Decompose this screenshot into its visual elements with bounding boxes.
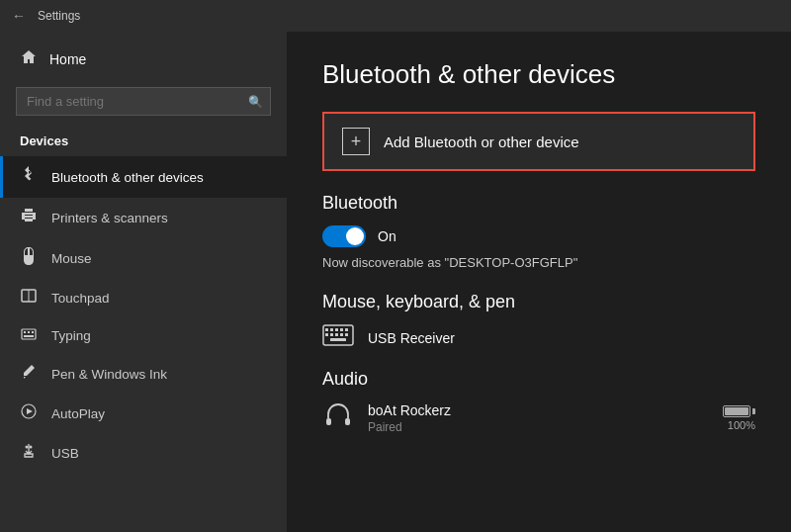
sidebar-home-label: Home [49, 51, 86, 67]
audio-section-title: Audio [322, 369, 755, 390]
add-device-button[interactable]: + Add Bluetooth or other device [322, 112, 755, 171]
svg-rect-2 [22, 329, 36, 339]
battery-percent: 100% [728, 419, 755, 431]
battery-indicator: 100% [723, 405, 755, 431]
sidebar-item-usb-label: USB [51, 446, 79, 461]
audio-device-row: boAt Rockerz Paired 100% [322, 401, 755, 434]
audio-section: Audio boAt Rockerz Paired [322, 369, 755, 434]
headset-icon [322, 401, 354, 434]
sidebar-item-pen[interactable]: Pen & Windows Ink [0, 354, 287, 394]
audio-device-left: boAt Rockerz Paired [322, 401, 451, 434]
svg-rect-22 [330, 338, 346, 341]
sidebar-item-autoplay-label: AutoPlay [51, 406, 105, 421]
sidebar-item-autoplay[interactable]: AutoPlay [0, 394, 287, 433]
sidebar-item-bluetooth-label: Bluetooth & other devices [51, 170, 204, 185]
usb-receiver-label: USB Receiver [368, 330, 455, 346]
keyboard-icon [322, 324, 354, 351]
add-device-plus-icon: + [342, 128, 370, 155]
audio-device-info: boAt Rockerz Paired [368, 402, 451, 434]
sidebar-item-touchpad[interactable]: Touchpad [0, 279, 287, 316]
search-input[interactable] [16, 87, 271, 116]
mouse-icon [20, 247, 38, 269]
toggle-knob [346, 227, 364, 245]
title-bar-title: Settings [38, 9, 80, 23]
bluetooth-toggle-label: On [378, 228, 396, 244]
svg-rect-19 [335, 333, 338, 336]
svg-rect-5 [32, 331, 34, 333]
sidebar-item-mouse-label: Mouse [51, 251, 92, 266]
bluetooth-toggle-row: On [322, 225, 755, 247]
main-layout: Home 🔍 Devices Bluetooth & other devices… [0, 32, 791, 532]
sidebar-item-bluetooth[interactable]: Bluetooth & other devices [0, 156, 287, 198]
audio-device-status: Paired [368, 420, 451, 434]
sidebar-item-typing[interactable]: Typing [0, 316, 287, 354]
home-icon [20, 49, 38, 69]
battery-icon [723, 405, 755, 417]
svg-rect-18 [330, 333, 333, 336]
sidebar: Home 🔍 Devices Bluetooth & other devices… [0, 32, 287, 532]
svg-rect-4 [28, 331, 30, 333]
back-button[interactable]: ← [12, 8, 26, 24]
page-title: Bluetooth & other devices [322, 59, 755, 90]
add-device-label: Add Bluetooth or other device [384, 133, 579, 150]
sidebar-item-pen-label: Pen & Windows Ink [51, 367, 167, 382]
svg-rect-14 [335, 328, 338, 331]
autoplay-icon [20, 403, 38, 423]
sidebar-item-printers-label: Printers & scanners [51, 211, 168, 225]
title-bar: ← Settings [0, 0, 791, 32]
sidebar-section-label: Devices [0, 128, 287, 156]
printer-icon [20, 208, 38, 227]
battery-body [723, 405, 750, 417]
sidebar-item-printers[interactable]: Printers & scanners [0, 198, 287, 237]
search-icon: 🔍 [248, 95, 263, 109]
svg-rect-3 [24, 331, 26, 333]
content-area: Bluetooth & other devices + Add Bluetoot… [287, 32, 791, 532]
svg-marker-8 [27, 408, 33, 414]
touchpad-icon [20, 289, 38, 307]
battery-fill [725, 407, 748, 415]
bluetooth-toggle[interactable] [322, 225, 366, 247]
mouse-keyboard-section-title: Mouse, keyboard, & pen [322, 292, 755, 312]
bluetooth-section-title: Bluetooth [322, 193, 755, 214]
sidebar-item-touchpad-label: Touchpad [51, 291, 110, 306]
bluetooth-discoverable-text: Now discoverable as "DESKTOP-O3FGFLP" [322, 255, 755, 270]
sidebar-item-mouse[interactable]: Mouse [0, 237, 287, 279]
svg-rect-6 [24, 335, 34, 337]
svg-rect-17 [325, 333, 328, 336]
typing-icon [20, 326, 38, 344]
sidebar-item-typing-label: Typing [51, 328, 91, 343]
sidebar-search-container: 🔍 [16, 87, 271, 116]
svg-rect-16 [345, 328, 348, 331]
sidebar-item-usb[interactable]: USB [0, 433, 287, 473]
audio-device-name: boAt Rockerz [368, 402, 451, 418]
sidebar-item-home[interactable]: Home [0, 40, 287, 79]
svg-point-9 [26, 446, 29, 449]
usb-icon [20, 443, 38, 463]
svg-rect-21 [345, 333, 348, 336]
pen-icon [20, 364, 38, 384]
svg-rect-20 [340, 333, 343, 336]
svg-point-10 [30, 446, 33, 449]
svg-rect-23 [326, 418, 331, 425]
svg-rect-12 [325, 328, 328, 331]
bluetooth-icon [20, 166, 38, 188]
svg-rect-13 [330, 328, 333, 331]
battery-tip [752, 408, 755, 414]
svg-rect-15 [340, 328, 343, 331]
usb-receiver-row: USB Receiver [322, 324, 755, 351]
svg-rect-24 [345, 418, 350, 425]
